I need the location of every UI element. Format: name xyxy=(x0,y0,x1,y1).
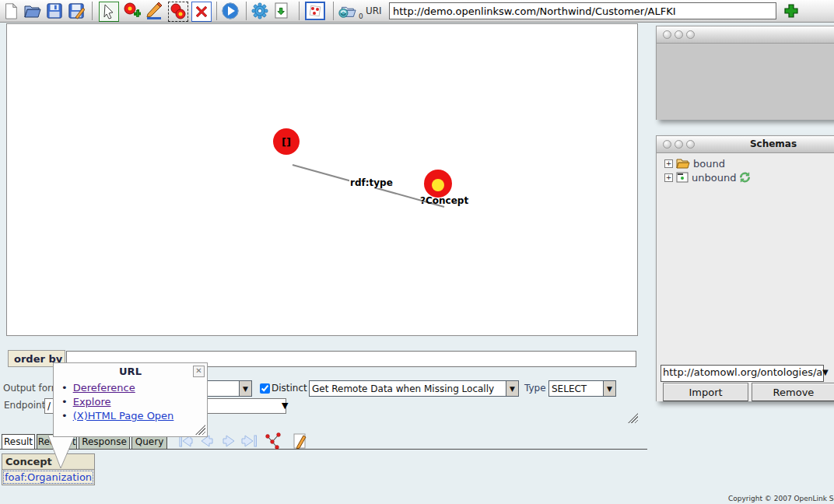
query-type-select[interactable]: SELECT ▼ xyxy=(548,380,616,397)
remote-data-value: Get Remote Data when Missing Locally xyxy=(310,383,506,394)
new-document-icon[interactable] xyxy=(2,2,20,20)
run-query-icon[interactable] xyxy=(221,2,240,20)
open-folder-icon[interactable] xyxy=(23,2,42,20)
edit-tool-icon[interactable] xyxy=(145,2,163,20)
graph-node-concept[interactable] xyxy=(424,170,452,198)
expand-icon[interactable]: + xyxy=(664,159,673,168)
add-node-icon[interactable] xyxy=(122,2,141,20)
refresh-icon[interactable] xyxy=(739,172,751,183)
toolbar: 0 URI xyxy=(0,0,834,23)
graph-edges xyxy=(7,24,637,335)
resize-grip[interactable] xyxy=(628,413,638,423)
concept-link[interactable]: foaf:Organization xyxy=(5,471,92,483)
graph-node-blank[interactable]: [] xyxy=(273,128,300,155)
add-uri-icon[interactable] xyxy=(782,2,801,20)
schemas-body: + bound + unbound http://atomowl.org/ont… xyxy=(657,153,834,401)
window-button-icon[interactable] xyxy=(686,30,695,39)
dereference-folder-icon[interactable] xyxy=(338,2,356,20)
save-icon[interactable] xyxy=(45,2,64,20)
uri-label: URI xyxy=(366,5,382,16)
toolbar-separator xyxy=(299,2,300,20)
menu-item[interactable]: Dereference xyxy=(61,382,207,394)
schemas-title: Schemas xyxy=(657,138,834,149)
concept-node-label: ?Concept xyxy=(419,195,469,206)
import-button[interactable]: Import xyxy=(663,383,748,401)
edit-query-icon[interactable] xyxy=(291,432,308,450)
window-button-icon[interactable] xyxy=(663,30,671,39)
popup-menu: Dereference Explore (X)HTML Page Open xyxy=(61,382,207,422)
chevron-down-icon: ▼ xyxy=(506,381,518,396)
explore-link[interactable]: Explore xyxy=(73,396,111,408)
panel-titlebar[interactable] xyxy=(657,26,834,44)
window-button-icon[interactable] xyxy=(675,30,683,39)
tree-item-label[interactable]: bound xyxy=(693,158,725,170)
tabbar-divider xyxy=(0,449,647,450)
panel-body xyxy=(657,44,834,120)
toolbar-separator xyxy=(92,2,93,20)
chevron-down-icon: ▼ xyxy=(603,381,615,396)
schema-icon xyxy=(676,172,689,183)
save-as-icon[interactable] xyxy=(67,2,86,20)
schemas-titlebar[interactable]: Schemas xyxy=(657,136,834,153)
dereference-link[interactable]: Dereference xyxy=(73,382,135,394)
edge-label: rdf:type xyxy=(349,177,394,188)
uri-input[interactable] xyxy=(389,2,776,19)
toolbar-separator xyxy=(216,2,217,20)
tree-item-bound[interactable]: + bound xyxy=(664,157,725,170)
menu-item[interactable]: Explore xyxy=(61,396,207,408)
chevron-down-icon: ▼ xyxy=(239,381,251,396)
resize-grip[interactable] xyxy=(195,425,205,435)
toolbar-separator xyxy=(333,2,334,20)
endpoint-label: Endpoint xyxy=(4,400,45,411)
remote-data-select[interactable]: Get Remote Data when Missing Locally ▼ xyxy=(309,380,519,397)
tree-item-unbound[interactable]: + unbound xyxy=(664,171,751,184)
schemas-panel: Schemas + bound + unbound http://atomowl… xyxy=(656,135,834,401)
settings-gear-icon[interactable] xyxy=(251,2,269,20)
type-label: Type xyxy=(524,383,546,394)
distinct-label: Distinct xyxy=(272,383,307,394)
ontology-url-select[interactable]: http://atomowl.org/ontologies/a xyxy=(661,365,824,382)
expand-icon[interactable]: + xyxy=(664,173,673,182)
select-nodes-icon[interactable] xyxy=(168,2,188,22)
next-result-icon[interactable] xyxy=(221,432,238,450)
chevron-down-icon[interactable]: ▼ xyxy=(822,368,829,376)
graph-view-icon[interactable] xyxy=(265,432,282,450)
folder-icon xyxy=(676,158,690,169)
xhtml-open-link[interactable]: (X)HTML Page Open xyxy=(73,410,174,422)
floating-panel-empty xyxy=(656,26,834,120)
node-inner-dot xyxy=(432,179,444,191)
distinct-checkbox[interactable] xyxy=(260,383,270,394)
chevron-down-icon[interactable]: ▼ xyxy=(282,401,288,411)
query-type-value: SELECT xyxy=(549,383,603,394)
tab-result[interactable]: Result xyxy=(2,434,35,449)
tree-item-label[interactable]: unbound xyxy=(692,172,736,184)
copyright-text: Copyright © 2007 OpenLink Sof xyxy=(728,495,834,502)
dereference-count: 0 xyxy=(359,12,363,20)
url-popup: URL ✕ Dereference Explore (X)HTML Page O… xyxy=(53,362,208,437)
pointer-tool-icon[interactable] xyxy=(99,2,119,22)
close-icon[interactable]: ✕ xyxy=(193,366,205,377)
toolbar-separator xyxy=(246,2,247,20)
popup-tail xyxy=(43,432,82,471)
menu-item[interactable]: (X)HTML Page Open xyxy=(61,410,207,422)
result-row[interactable]: foaf:Organization xyxy=(2,470,94,485)
export-page-icon[interactable] xyxy=(272,2,291,20)
remove-button[interactable]: Remove xyxy=(752,383,834,401)
last-result-icon[interactable] xyxy=(241,432,258,450)
delete-icon[interactable] xyxy=(191,2,212,22)
blank-node-label: [] xyxy=(282,136,291,148)
snapshot-icon[interactable] xyxy=(305,2,325,20)
graph-canvas[interactable]: [] rdf:type ?Concept xyxy=(6,23,638,336)
popup-title: URL xyxy=(54,366,207,377)
